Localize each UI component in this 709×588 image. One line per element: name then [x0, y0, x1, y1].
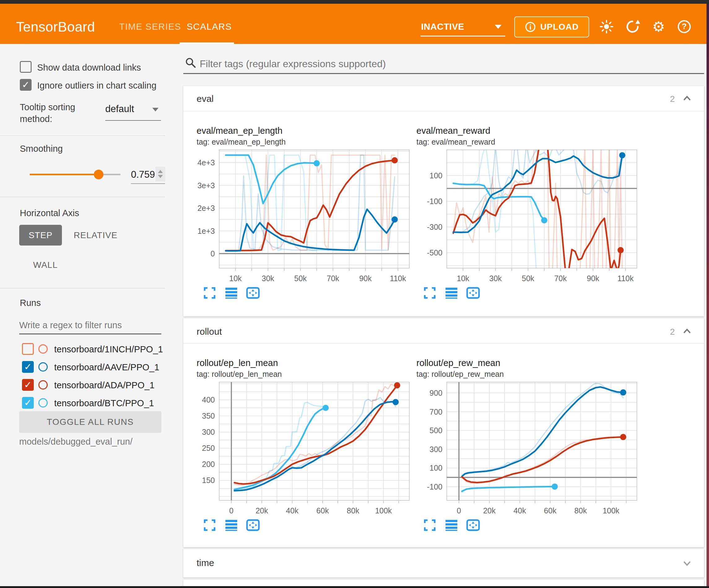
stepper-down-icon[interactable] [158, 175, 163, 178]
runs-filter-underline [19, 333, 161, 334]
chart-eval-mean-ep-length[interactable]: 10k30k50k70k90k110k01e+32e+33e+34e+3 [190, 147, 414, 288]
chart-tag: tag: eval/mean_ep_length [196, 137, 286, 147]
svg-text:300: 300 [429, 445, 442, 454]
runs-directory-label: models/debugged_eval_run/ [19, 437, 132, 447]
chart-title: rollout/ep_rew_mean [416, 358, 500, 368]
show-download-links-checkbox[interactable] [20, 61, 32, 73]
fullscreen-icon[interactable] [203, 286, 216, 300]
tag-filter-input[interactable]: Filter tags (regular expressions support… [200, 58, 386, 70]
svg-text:0: 0 [229, 506, 233, 515]
upload-button[interactable]: UPLOAD [514, 17, 589, 37]
smoothing-value-input[interactable]: 0.759 [131, 169, 154, 180]
svg-text:100: 100 [429, 171, 442, 180]
refresh-icon[interactable] [625, 19, 640, 34]
chevron-down-icon[interactable] [495, 25, 502, 29]
run-checkbox-aave[interactable]: ✓ [22, 361, 34, 373]
rollout-section-count: 2 [670, 327, 675, 337]
tab-scalars[interactable]: SCALARS [187, 22, 232, 32]
svg-text:30k: 30k [489, 274, 502, 283]
gear-icon[interactable]: ⚙ [651, 19, 666, 34]
smoothing-value-stepper[interactable] [155, 167, 165, 181]
app-header: TensorBoard TIME SERIES SCALARS INACTIVE… [0, 4, 707, 44]
fullscreen-icon[interactable] [423, 518, 437, 532]
svg-text:350: 350 [202, 411, 215, 420]
search-icon [185, 57, 196, 69]
divider [0, 197, 165, 197]
stepper-up-icon[interactable] [158, 170, 163, 173]
chart-toolbar [203, 286, 260, 300]
chart-eval-mean-reward[interactable]: 10k30k50k70k90k110k100-100-300-500 [417, 147, 641, 288]
fit-to-domain-icon[interactable] [466, 518, 480, 532]
settings-sidebar: Show data download links ✓ Ignore outlie… [0, 44, 167, 586]
svg-text:-100: -100 [427, 482, 442, 491]
fit-to-domain-icon[interactable] [466, 286, 480, 300]
window-top-border [0, 0, 709, 4]
brightness-icon[interactable] [599, 19, 614, 34]
upload-button-label: UPLOAD [540, 22, 579, 32]
svg-text:50k: 50k [522, 274, 534, 283]
fullscreen-icon[interactable] [203, 518, 216, 532]
chevron-down-icon[interactable] [152, 108, 159, 111]
window-bottom-border [0, 586, 709, 588]
chart-rollout-ep-rew-mean[interactable]: 020k40k60k80k100k-100100300500700900 [417, 380, 641, 521]
axis-wall-button[interactable]: WALL [33, 260, 58, 270]
app-title: TensorBoard [16, 19, 95, 35]
svg-text:20k: 20k [483, 506, 496, 515]
help-icon[interactable]: ? [677, 19, 692, 34]
tooltip-sorting-select[interactable]: default [105, 103, 134, 114]
desktop-edge [707, 4, 709, 586]
data-table-icon[interactable] [225, 286, 238, 300]
svg-text:90k: 90k [587, 274, 599, 283]
upload-status-dropdown[interactable]: INACTIVE [421, 22, 464, 32]
toggle-all-runs-button[interactable]: TOGGLE ALL RUNS [19, 411, 161, 433]
smoothing-slider-handle[interactable] [94, 170, 103, 179]
eval-section-card: eval 2 eval/mean_ep_length tag: eval/mea… [183, 86, 704, 316]
axis-step-button[interactable]: STEP [19, 225, 62, 246]
fit-to-domain-icon[interactable] [246, 286, 260, 300]
chart-rollout-ep-len-mean[interactable]: 020k40k60k80k100k150200250300350400 [190, 380, 414, 521]
data-table-icon[interactable] [225, 518, 238, 532]
chart-title: rollout/ep_len_mean [196, 358, 278, 368]
svg-text:700: 700 [429, 408, 442, 416]
data-table-icon[interactable] [445, 518, 458, 532]
eval-section-title: eval [196, 94, 214, 104]
svg-text:1e+3: 1e+3 [198, 227, 215, 235]
select-underline [105, 120, 161, 121]
svg-text:500: 500 [429, 426, 442, 435]
svg-text:2e+3: 2e+3 [198, 204, 215, 212]
axis-relative-button[interactable]: RELATIVE [74, 230, 117, 240]
run-label: tensorboard/1INCH/PPO_1 [54, 344, 163, 355]
chart-tag: tag: rollout/ep_rew_mean [416, 370, 504, 379]
fit-to-domain-icon[interactable] [246, 518, 260, 532]
data-table-icon[interactable] [445, 286, 458, 300]
collapse-chevron-up-icon[interactable] [680, 325, 694, 338]
fullscreen-icon[interactable] [423, 286, 437, 300]
svg-text:150: 150 [202, 476, 215, 485]
svg-text:30k: 30k [262, 274, 274, 283]
svg-text:200: 200 [202, 460, 215, 468]
rollout-section-card: rollout 2 rollout/ep_len_mean tag: rollo… [183, 318, 704, 547]
smoothing-underline [131, 183, 165, 184]
divider [183, 343, 704, 344]
show-download-links-label: Show data download links [37, 62, 141, 73]
run-checkbox-1inch[interactable] [22, 343, 34, 355]
svg-text:60k: 60k [316, 506, 329, 515]
svg-text:80k: 80k [347, 506, 360, 515]
run-color-swatch [38, 398, 48, 408]
ignore-outliers-checkbox[interactable]: ✓ [20, 79, 32, 91]
svg-text:100: 100 [429, 463, 442, 472]
tooltip-sorting-label-line1: Tooltip sorting [20, 102, 75, 112]
smoothing-slider-fill [30, 174, 99, 175]
expand-chevron-down-icon[interactable] [680, 556, 694, 570]
tab-time-series[interactable]: TIME SERIES [119, 22, 181, 32]
time-section-card: time [183, 549, 704, 578]
svg-text:40k: 40k [286, 506, 299, 515]
svg-text:110k: 110k [390, 274, 406, 283]
chart-tag: tag: eval/mean_reward [416, 137, 495, 147]
chart-title: eval/mean_ep_length [196, 126, 282, 136]
runs-filter-input[interactable]: Write a regex to filter runs [19, 320, 122, 330]
run-checkbox-ada[interactable]: ✓ [22, 379, 34, 391]
run-checkbox-btc[interactable]: ✓ [22, 397, 34, 409]
collapse-chevron-up-icon[interactable] [680, 92, 694, 105]
runs-title: Runs [20, 298, 41, 308]
